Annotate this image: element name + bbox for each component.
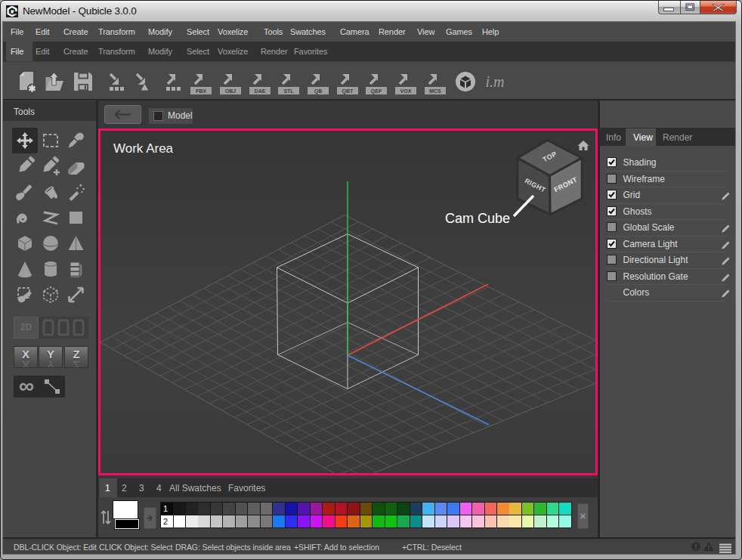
svg-text:∞: ∞ xyxy=(19,376,34,398)
svg-text:QEF: QEF xyxy=(371,88,382,94)
svg-text:i.m: i.m xyxy=(486,73,505,90)
svg-text:QBT: QBT xyxy=(342,88,354,94)
svg-text:FBX: FBX xyxy=(196,88,206,94)
svg-text:MCS: MCS xyxy=(429,88,441,94)
svg-text:STL: STL xyxy=(283,88,294,94)
svg-text:DAE: DAE xyxy=(255,88,266,94)
svg-text:VOX: VOX xyxy=(400,88,412,94)
svg-text:QB: QB xyxy=(314,88,323,94)
svg-text:OBJ: OBJ xyxy=(225,88,237,94)
